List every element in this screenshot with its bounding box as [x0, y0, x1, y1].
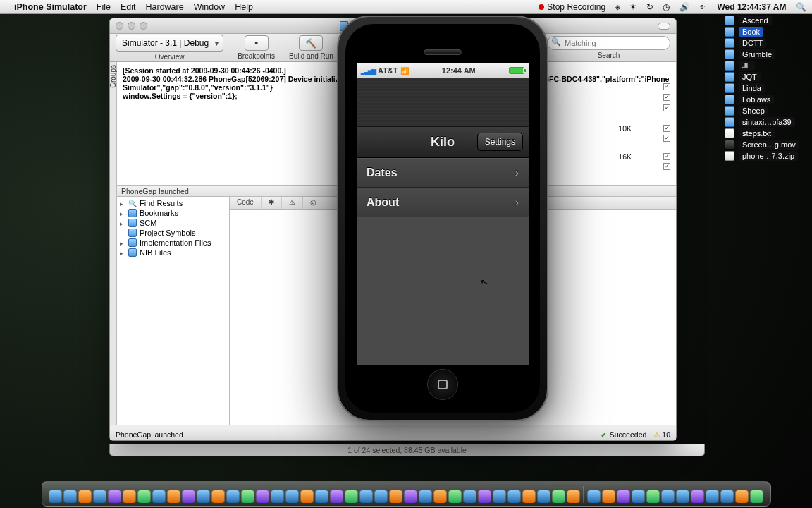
dock-item[interactable] [736, 490, 749, 503]
dock-item[interactable] [390, 490, 402, 503]
dock-item[interactable] [79, 490, 92, 503]
home-button[interactable] [427, 369, 458, 400]
dock-item[interactable] [183, 490, 195, 503]
iphone-simulator[interactable]: AT&T 12:44 AM Kilo Settings Dates › Abou… [337, 16, 548, 421]
desktop-file[interactable]: DCTT [725, 38, 809, 48]
menu-hardware[interactable]: Hardware [146, 2, 184, 12]
dock-item[interactable] [464, 490, 476, 503]
zoom-button[interactable] [140, 22, 147, 30]
menubar-clock[interactable]: Wed 12:44:37 AM [717, 2, 786, 12]
menu-edit[interactable]: Edit [121, 2, 136, 12]
build-succeeded-label[interactable]: Succeeded [601, 430, 647, 439]
dock-item[interactable] [493, 490, 506, 503]
tree-item[interactable]: Bookmarks [117, 208, 229, 218]
tree-item[interactable]: Implementation Files [117, 238, 229, 248]
dock-item[interactable] [168, 490, 180, 503]
minimize-button[interactable] [128, 22, 135, 30]
dock-item[interactable] [109, 490, 121, 503]
dock-item[interactable] [345, 490, 358, 503]
dock-item[interactable] [331, 490, 343, 503]
dock-item[interactable] [706, 490, 719, 503]
dock-item[interactable] [567, 490, 580, 503]
tree-item[interactable]: SCM [117, 218, 229, 228]
dock-item[interactable] [271, 490, 284, 503]
list-item-dates[interactable]: Dates › [357, 158, 529, 188]
menuextra-icon[interactable]: ↻ [646, 2, 653, 12]
dock-item[interactable] [479, 490, 491, 503]
dock-item[interactable] [227, 490, 240, 503]
stop-recording-menuextra[interactable]: Stop Recording [539, 2, 605, 12]
dock-item[interactable] [64, 490, 77, 503]
desktop-file[interactable]: JQT [725, 72, 809, 82]
menuextra-icon[interactable]: ◷ [663, 2, 670, 12]
warnings-count[interactable]: 10 [653, 430, 670, 439]
tree-item[interactable]: NIB Files [117, 248, 229, 258]
close-button[interactable] [116, 22, 123, 30]
dock-item[interactable] [662, 490, 675, 503]
dock-item[interactable] [197, 490, 210, 503]
volume-icon[interactable]: 🔊 [679, 2, 690, 12]
desktop-file[interactable]: Sheep [725, 106, 809, 116]
menu-window[interactable]: Window [194, 2, 225, 12]
scheme-selector[interactable]: Simulator - 3.1 | Debug [116, 35, 223, 52]
dock-item[interactable] [212, 490, 225, 503]
dock-item[interactable] [632, 490, 645, 503]
iphone-screen[interactable]: AT&T 12:44 AM Kilo Settings Dates › Abou… [357, 64, 529, 365]
desktop-file[interactable]: Linda [725, 83, 809, 93]
dock-item[interactable] [434, 490, 447, 503]
menu-help[interactable]: Help [235, 2, 253, 12]
dock-item[interactable] [242, 490, 254, 503]
wifi-icon[interactable]: ᯤ [699, 2, 708, 12]
desktop-file[interactable]: JE [725, 61, 809, 71]
desktop-file[interactable]: Ascend [725, 16, 809, 25]
dock-item[interactable] [588, 490, 601, 503]
toolbar-toggle-button[interactable] [658, 23, 670, 30]
desktop-file[interactable]: phone…7.3.zip [725, 151, 809, 161]
dock-item[interactable] [523, 490, 536, 503]
build-and-run-button[interactable]: Build and Run [289, 35, 333, 60]
desktop-file[interactable]: Book [725, 27, 809, 37]
dock-item[interactable] [647, 490, 660, 503]
menubar-app-name[interactable]: iPhone Simulator [14, 2, 87, 12]
dock-item[interactable] [721, 490, 734, 503]
search-label: Search [598, 52, 620, 59]
dock-item[interactable] [301, 490, 314, 503]
tree-item[interactable]: Project Symbols [117, 228, 229, 238]
dock-item[interactable] [153, 490, 166, 503]
spotlight-icon[interactable]: 🔍 [796, 2, 806, 12]
dock-item[interactable] [123, 490, 136, 503]
dock-item[interactable] [286, 490, 299, 503]
dock-item[interactable] [375, 490, 388, 503]
dock-item[interactable] [316, 490, 328, 503]
dock-item[interactable] [617, 490, 630, 503]
dock-item[interactable] [553, 490, 565, 503]
folder-icon [128, 248, 137, 257]
dock-item[interactable] [94, 490, 106, 503]
dock-item[interactable] [538, 490, 550, 503]
dock-item[interactable] [508, 490, 521, 503]
dock-item[interactable] [138, 490, 151, 503]
dock-item[interactable] [49, 490, 62, 503]
menuextra-icon[interactable]: ⎈ [615, 2, 620, 12]
breakpoints-button[interactable]: Breakpoints [238, 35, 275, 60]
dock-item[interactable] [449, 490, 462, 503]
desktop-file[interactable]: Loblaws [725, 95, 809, 104]
desktop-file[interactable]: Screen…g.mov [725, 140, 809, 150]
tree-item[interactable]: Find Results [117, 198, 229, 208]
menu-file[interactable]: File [97, 2, 111, 12]
dock-item[interactable] [603, 490, 615, 503]
dock-item[interactable] [751, 490, 763, 503]
desktop-file[interactable]: steps.txt [725, 128, 809, 138]
dock-item[interactable] [257, 490, 269, 503]
dock-item[interactable] [405, 490, 417, 503]
menuextra-icon[interactable]: ✶ [629, 2, 636, 12]
desktop-file[interactable]: Grumble [725, 49, 809, 59]
search-input[interactable] [547, 36, 670, 50]
dock-item[interactable] [677, 490, 689, 503]
desktop-file[interactable]: sintaxi…bfa39 [725, 117, 809, 127]
dock-item[interactable] [691, 490, 704, 503]
list-item-about[interactable]: About › [357, 188, 529, 217]
dock-item[interactable] [360, 490, 373, 503]
settings-button[interactable]: Settings [477, 133, 523, 151]
dock-item[interactable] [419, 490, 432, 503]
